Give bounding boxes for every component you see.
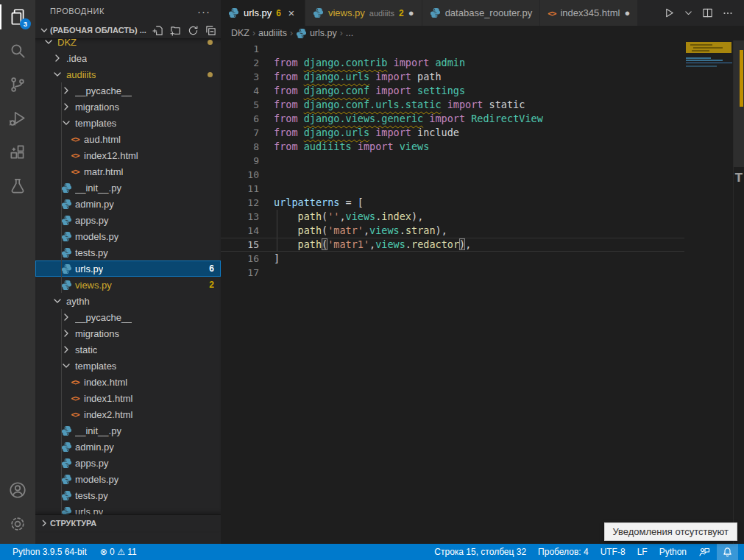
tree-item-admin-py[interactable]: admin.py [35,439,221,455]
tree-item-urls-py[interactable]: urls.py6 [35,260,221,277]
tree-item-index1-html[interactable]: <>index1.html [35,390,221,406]
line-number[interactable]: 6 [221,112,259,126]
breadcrumb-item[interactable]: DKZ [231,28,249,38]
line-number[interactable]: 17 [221,266,259,280]
code-line-1[interactable]: 1 [221,42,684,56]
tree-item-static[interactable]: static [35,341,221,358]
code-line-9[interactable]: 9 [221,154,684,168]
tree-item-aythh[interactable]: aythh [35,293,221,309]
close-icon[interactable]: × [286,7,297,19]
tree-item-aud-html[interactable]: <>aud.html [35,131,221,147]
tab-urls-py[interactable]: urls.py6× [221,0,305,26]
tree-item-migrations[interactable]: migrations [35,325,221,341]
chevron-down-icon[interactable] [60,360,72,372]
code-line-3[interactable]: 3from django.urls import path [221,70,684,84]
status-eol[interactable]: LF [632,544,653,560]
more-actions-button[interactable] [722,7,734,19]
code-line-11[interactable]: 11 [221,182,684,196]
code-line-2[interactable]: 2from django.contrib import admin [221,56,684,70]
tree-item-tests-py[interactable]: tests.py [35,487,221,503]
code-line-17[interactable]: 17 [221,266,684,280]
line-number[interactable]: 15 [221,238,259,252]
tree-item-admin-py[interactable]: admin.py [35,196,221,212]
tree-item-templates[interactable]: templates [35,115,221,131]
tree-item-index-html[interactable]: <>index.html [35,374,221,390]
tree-item-dkz[interactable]: DKZ [35,38,221,50]
run-dropdown-button[interactable] [684,8,693,18]
chevron-right-icon[interactable] [60,344,72,355]
new-file-icon[interactable] [152,25,163,36]
status-feedback[interactable] [693,544,715,560]
breadcrumb-item[interactable]: ... [346,28,353,38]
editor-scrollbar[interactable]: T [733,40,744,544]
code-line-16[interactable]: 16] [221,252,684,266]
chevron-right-icon[interactable] [60,101,72,113]
collapse-all-icon[interactable] [205,25,216,36]
status-language-mode[interactable]: Python [654,544,692,560]
activity-settings[interactable] [0,507,35,541]
code-line-15[interactable]: 15 path('matr1',views.redactor), [221,238,684,252]
tree-item-tests-py[interactable]: tests.py [35,244,221,260]
split-editor-button[interactable] [702,7,713,18]
line-number[interactable]: 5 [221,98,259,112]
line-number[interactable]: 7 [221,126,259,140]
tree-item-models-py[interactable]: models.py [35,228,221,244]
line-number[interactable]: 1 [221,42,259,56]
workspace-section-header[interactable]: (РАБОЧАЯ ОБЛАСТЬ) ... [35,22,221,38]
tree-item-migrations[interactable]: migrations [35,99,221,115]
code-editor[interactable]: 12from django.contrib import admin3from … [221,40,684,544]
status-problems[interactable]: ⊗ 0 ⚠ 11 [95,544,142,560]
outline-section-header[interactable]: СТРУКТУРА [35,514,221,531]
activity-source-control[interactable] [0,68,35,102]
chevron-right-icon[interactable] [60,327,72,339]
code-line-13[interactable]: 13 path('',views.index), [221,210,684,224]
new-folder-icon[interactable] [170,25,181,36]
line-number[interactable]: 10 [221,168,259,182]
code-line-7[interactable]: 7from django.urls import include [221,126,684,140]
code-line-8[interactable]: 8from audiiits import views [221,140,684,154]
breadcrumb-item[interactable]: audiiits [258,28,287,38]
activity-extensions[interactable] [0,135,35,169]
minimap[interactable] [684,40,734,544]
tree-item-models-py[interactable]: models.py [35,471,221,487]
activity-run-debug[interactable] [0,102,35,135]
tree-item-index12-html[interactable]: <>index12.html [35,147,221,163]
chevron-down-icon[interactable] [52,295,63,307]
line-number[interactable]: 12 [221,196,259,210]
tree-item--idea[interactable]: .idea [35,50,221,66]
activity-accounts[interactable] [0,473,35,507]
tree-item-matr-html[interactable]: <>matr.html [35,163,221,180]
tab-index345-html[interactable]: <>index345.html● [540,0,638,26]
line-number[interactable]: 4 [221,84,259,98]
chevron-right-icon[interactable] [60,85,72,96]
tree-item-index2-html[interactable]: <>index2.html [35,406,221,422]
status-indentation[interactable]: Пробелов: 4 [533,544,594,560]
code-line-10[interactable]: 10 [221,168,684,182]
code-line-6[interactable]: 6from django.views.generic import Redire… [221,112,684,126]
tree-item-templates[interactable]: templates [35,358,221,374]
code-line-12[interactable]: 12urlpatterns = [ [221,196,684,210]
status-python-version[interactable]: Python 3.9.5 64-bit [7,544,92,560]
activity-explorer[interactable]: 3 [0,0,35,34]
line-number[interactable]: 9 [221,154,259,168]
more-actions-icon[interactable]: ··· [197,5,210,18]
chevron-down-icon[interactable] [52,68,63,80]
line-number[interactable]: 8 [221,140,259,154]
modified-dot-icon[interactable]: ● [408,7,414,18]
line-number[interactable]: 16 [221,252,259,266]
tab-views-py[interactable]: views.pyaudiiits2● [305,0,422,26]
tree-item-views-py[interactable]: views.py2 [35,277,221,293]
activity-search[interactable] [0,34,35,68]
status-notifications[interactable] [717,544,738,560]
tree-item-audiiits[interactable]: audiiits [35,66,221,82]
line-number[interactable]: 14 [221,224,259,238]
line-number[interactable]: 13 [221,210,259,224]
tree-item-apps-py[interactable]: apps.py [35,212,221,228]
chevron-right-icon[interactable] [52,52,63,64]
tree-item--init-py[interactable]: __init__.py [35,180,221,196]
modified-dot-icon[interactable]: ● [624,7,630,18]
tab-database-roouter-py[interactable]: database_roouter.py [422,0,541,26]
line-number[interactable]: 2 [221,56,259,70]
code-line-14[interactable]: 14 path('matr',views.stran), [221,224,684,238]
tree-item-urls-py[interactable]: urls.py [35,503,221,515]
